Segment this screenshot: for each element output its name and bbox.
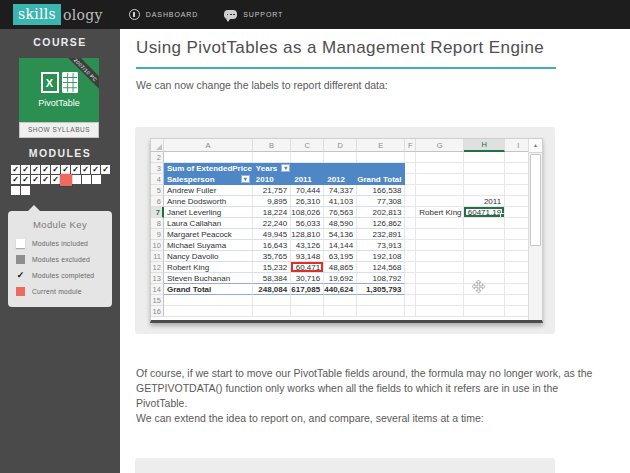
dropdown-icon: ▾ [281,164,290,172]
module-checkbox-completed[interactable]: ✓ [91,165,100,174]
sheet-column-header-H: H [464,139,505,152]
topbar: skills ology DASHBOARD SUPPORT [0,0,630,29]
module-grid: ✓✓✓✓✓✓✓✓✓✓✓✓✓✓✓ [11,165,110,196]
sheet-cell-D6: 41,103 [324,196,357,207]
sheet-cell-B15 [253,295,291,306]
module-checkbox-completed[interactable]: ✓ [41,175,50,184]
sheet-cell-C4: 2011 [291,174,324,185]
sheet-cell-H12 [464,262,505,273]
module-checkbox-completed[interactable]: ✓ [31,175,40,184]
sheet-cell-E16 [357,306,405,317]
sheet-cell-C9: 128,810 [291,229,324,240]
next-screenshot-frame-partial [135,458,555,473]
page: skills ology DASHBOARD SUPPORT COURSE 20… [0,0,630,473]
sheet-cell-E15 [357,295,405,306]
sheet-cell-B12: 15,232 [253,262,291,273]
nav-item-dashboard[interactable]: DASHBOARD [129,9,198,20]
sheet-row-number-3: 3 [151,163,164,174]
module-checkbox-completed[interactable]: ✓ [21,165,30,174]
skillsology-logo[interactable]: skills ology [13,4,103,25]
excel-x-glyph: X [41,72,59,93]
module-checkbox-completed[interactable]: ✓ [11,175,20,184]
scrollbar-thumb [530,154,541,246]
sheet-cell-G14 [416,284,464,295]
module-checkbox-included[interactable] [11,186,20,195]
sheet-cell-D15 [324,295,357,306]
module-checkbox-completed[interactable]: ✓ [101,165,110,174]
logo-ology: ology [61,7,103,23]
excel-screenshot-frame: ABCDEFGHI23Sum of ExtendedPriceYears▾4Sa… [135,127,555,334]
sheet-cell-F15 [405,295,416,306]
sheet-cell-E7: 202,813 [357,207,405,218]
course-card: 2007/10 PC X PivotTable [19,58,99,122]
module-checkbox-completed[interactable]: ✓ [61,165,70,174]
sheet-cell-B9: 49,945 [253,229,291,240]
module-checkbox-included[interactable] [82,175,91,184]
module-checkbox-completed[interactable]: ✓ [31,165,40,174]
sheet-cell-F14 [405,284,416,295]
show-syllabus-button[interactable]: SHOW SYLLABUS [19,122,99,138]
sheet-cell-D12: 48,865 [324,262,357,273]
page-title: Using PivotTables as a Management Report… [136,38,544,58]
sheet-cell-D2 [324,152,357,163]
sheet-row-number-4: 4 [151,174,164,185]
module-checkbox-completed[interactable]: ✓ [41,165,50,174]
module-checkbox-completed[interactable]: ✓ [11,165,20,174]
sheet-cell-F5 [405,185,416,196]
sheet-cell-G11 [416,251,464,262]
sheet-cell-B10: 16,643 [253,240,291,251]
included-swatch [16,239,25,248]
sheet-cell-D3 [324,163,357,174]
sheet-cell-B4: 2010 [253,174,291,185]
sheet-cell-C15 [291,295,324,306]
sheet-cell-G8 [416,218,464,229]
sheet-column-header-C: C [291,139,324,152]
module-checkbox-included[interactable] [21,186,30,195]
sheet-column-header-F: F [405,139,416,152]
sheet-cell-A15 [164,295,253,306]
sheet-cell-A13: Steven Buchanan [164,273,253,284]
sheet-row-number-2: 2 [151,152,164,163]
sheet-row-number-11: 11 [151,251,164,262]
fill-handle [500,213,504,217]
module-checkbox-included[interactable] [72,175,81,184]
intro-paragraph: We can now change the labels to report d… [136,78,610,93]
sheet-cell-E8: 126,862 [357,218,405,229]
nav-item-support[interactable]: SUPPORT [224,10,283,19]
sheet-cell-C6: 26,310 [291,196,324,207]
sheet-cell-D14: 440,624 [324,284,357,295]
sheet-cell-A2 [164,152,253,163]
sheet-cell-G15 [416,295,464,306]
module-checkbox-included[interactable] [92,175,101,184]
module-checkbox-completed[interactable]: ✓ [81,165,90,174]
sheet-cell-F2 [405,152,416,163]
sheet-cell-E3 [357,163,405,174]
module-checkbox-completed[interactable]: ✓ [51,175,60,184]
sheet-cell-F11 [405,251,416,262]
sheet-cell-E5: 166,538 [357,185,405,196]
dashboard-icon [129,9,140,20]
sheet-cell-G5 [416,185,464,196]
module-checkbox-completed[interactable]: ✓ [71,165,80,174]
sheet-cell-F3 [405,163,416,174]
module-checkbox-completed[interactable]: ✓ [51,165,60,174]
sheet-cell-C13: 30,716 [291,273,324,284]
module-key-item: ✓ Modules completed [16,271,104,280]
sheet-cell-F6 [405,196,416,207]
sidebar: COURSE 2007/10 PC X PivotTable SHOW SYLL… [0,29,120,473]
sheet-cell-A7: Janet Leverling [164,207,253,218]
sheet-cell-F10 [405,240,416,251]
sheet-row-number-8: 8 [151,218,164,229]
sheet-cell-C16 [291,306,324,317]
dropdown-icon: ▾ [241,175,250,183]
sheet-cell-B7: 18,224 [253,207,291,218]
sheet-cell-E2 [357,152,405,163]
sheet-row-number-16: 16 [151,306,164,317]
sheet-cell-C3 [291,163,324,174]
sheet-cell-D8: 48,590 [324,218,357,229]
sheet-cell-A16 [164,306,253,317]
sheet-cell-D10: 14,144 [324,240,357,251]
module-checkbox-completed[interactable]: ✓ [21,175,30,184]
sheet-cell-E11: 192,108 [357,251,405,262]
module-checkbox-current[interactable] [60,174,72,186]
